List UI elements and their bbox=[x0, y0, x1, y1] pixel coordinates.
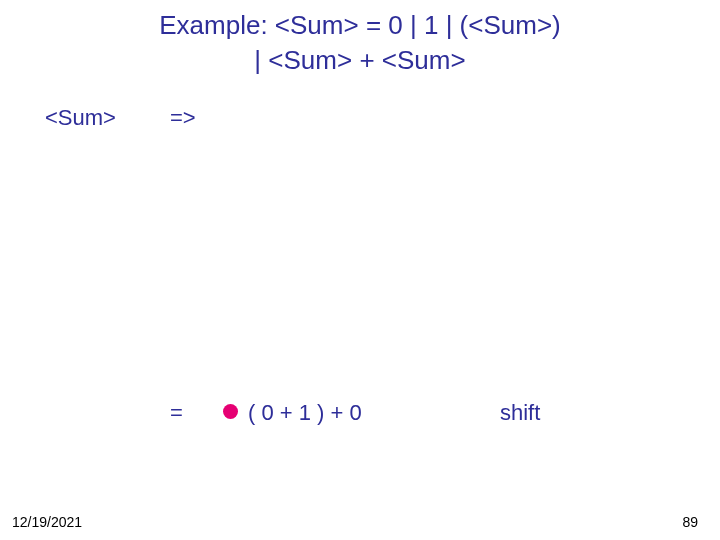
derivation-arrow: => bbox=[170, 105, 196, 131]
footer-date: 12/19/2021 bbox=[12, 514, 82, 530]
bullet-marker-icon bbox=[223, 404, 238, 419]
derivation-action: shift bbox=[500, 400, 540, 426]
footer-page-number: 89 bbox=[682, 514, 698, 530]
title-line-2: | <Sum> + <Sum> bbox=[254, 45, 465, 75]
derivation-expression: ( 0 + 1 ) + 0 bbox=[248, 400, 362, 426]
derivation-eq: = bbox=[170, 400, 183, 426]
derivation-lhs: <Sum> bbox=[45, 105, 116, 131]
title-line-1: Example: <Sum> = 0 | 1 | (<Sum>) bbox=[159, 10, 561, 40]
slide-title: Example: <Sum> = 0 | 1 | (<Sum>) | <Sum>… bbox=[0, 8, 720, 78]
